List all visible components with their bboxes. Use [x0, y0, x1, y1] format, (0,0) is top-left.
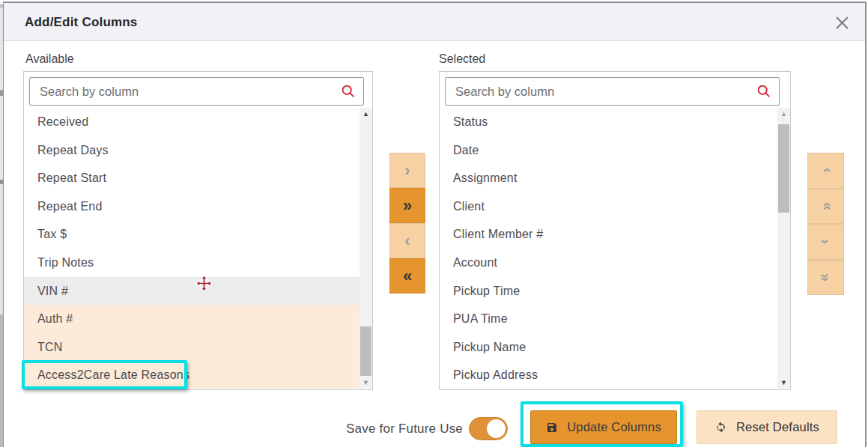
available-panel-label: Available — [25, 52, 74, 66]
list-item[interactable]: Access2Care Late Reasons — [24, 361, 360, 389]
close-button[interactable] — [834, 14, 850, 31]
selected-scrollbar[interactable]: ▲ ▼ — [777, 108, 790, 389]
list-item[interactable]: Received — [24, 108, 360, 136]
move-up-button[interactable]: › — [807, 153, 844, 189]
selected-panel: Status Date Assignment Client Client Mem… — [439, 71, 791, 390]
save-icon — [546, 422, 558, 434]
reset-defaults-button[interactable]: Reset Defaults — [696, 410, 837, 444]
list-item[interactable]: PUA Time — [440, 305, 790, 333]
available-search — [29, 77, 364, 106]
scroll-thumb[interactable] — [778, 124, 789, 213]
move-all-right-button[interactable]: » — [389, 188, 425, 223]
selected-search — [445, 77, 780, 106]
move-right-button[interactable]: › — [389, 153, 425, 188]
double-chevron-right-icon: » — [403, 196, 412, 216]
list-item[interactable]: VIN # — [24, 277, 360, 305]
double-chevron-down-icon: » — [817, 273, 834, 282]
chevron-right-icon: › — [404, 161, 410, 180]
list-item[interactable]: Repeat End — [24, 192, 360, 221]
close-icon — [835, 16, 849, 30]
double-chevron-up-icon: » — [817, 202, 834, 210]
order-buttons: › » › » — [807, 153, 844, 295]
scroll-up-arrow[interactable]: ▲ — [777, 108, 790, 120]
scroll-thumb[interactable] — [360, 326, 371, 376]
search-icon — [341, 84, 356, 99]
update-columns-button[interactable]: Update Columns — [530, 410, 677, 444]
selected-list: Status Date Assignment Client Client Mem… — [440, 108, 790, 389]
scroll-down-arrow[interactable]: ▼ — [359, 377, 372, 389]
list-item[interactable]: Pickup Name — [440, 333, 790, 362]
save-for-future-use-toggle[interactable] — [469, 417, 508, 440]
list-item[interactable]: Trip Notes — [24, 249, 360, 277]
transfer-buttons: › » ‹ « — [389, 153, 425, 294]
add-edit-columns-dialog: Add/Edit Columns Available Received Repe… — [3, 1, 867, 447]
refresh-icon — [714, 421, 727, 434]
selected-search-input[interactable] — [445, 77, 780, 106]
scroll-up-arrow[interactable]: ▲ — [359, 108, 372, 120]
list-item[interactable]: TCN — [24, 333, 360, 362]
list-item[interactable]: Date — [440, 136, 790, 165]
available-list: Received Repeat Days Repeat Start Repeat… — [24, 108, 372, 389]
list-item[interactable]: Repeat Days — [24, 136, 360, 165]
chevron-down-icon: › — [817, 239, 834, 244]
move-bottom-button[interactable]: » — [807, 260, 844, 296]
dialog-header: Add/Edit Columns — [4, 3, 865, 41]
double-chevron-left-icon: « — [403, 267, 412, 286]
list-item[interactable]: Assignment — [440, 164, 790, 192]
chevron-up-icon: › — [817, 168, 834, 173]
scroll-down-arrow[interactable]: ▼ — [777, 377, 790, 389]
list-item[interactable]: Status — [440, 108, 790, 136]
list-item[interactable]: Pickup Time — [440, 277, 790, 305]
save-for-future-use-label: Save for Future Use — [303, 422, 463, 437]
list-item[interactable]: Repeat Start — [24, 164, 360, 192]
move-left-button[interactable]: ‹ — [389, 223, 425, 258]
move-down-button[interactable]: › — [807, 224, 844, 260]
list-item[interactable]: Client — [440, 192, 790, 221]
list-item[interactable]: Auth # — [24, 305, 360, 333]
move-all-left-button[interactable]: « — [389, 258, 425, 294]
list-item[interactable]: Client Member # — [440, 220, 790, 249]
search-icon — [756, 84, 771, 99]
chevron-left-icon: ‹ — [404, 231, 410, 251]
list-item[interactable]: Account — [440, 249, 790, 277]
dialog-title: Add/Edit Columns — [25, 3, 138, 41]
available-panel: Received Repeat Days Repeat Start Repeat… — [23, 71, 373, 390]
selected-panel-label: Selected — [439, 52, 485, 66]
available-scrollbar[interactable]: ▲ ▼ — [359, 108, 372, 389]
list-item[interactable]: Pickup Address — [440, 361, 790, 389]
toggle-knob — [487, 419, 506, 438]
move-top-button[interactable]: » — [807, 189, 844, 225]
reset-defaults-label: Reset Defaults — [736, 420, 819, 434]
list-item[interactable]: Tax $ — [24, 220, 360, 249]
update-columns-label: Update Columns — [567, 420, 661, 434]
available-search-input[interactable] — [29, 77, 364, 106]
